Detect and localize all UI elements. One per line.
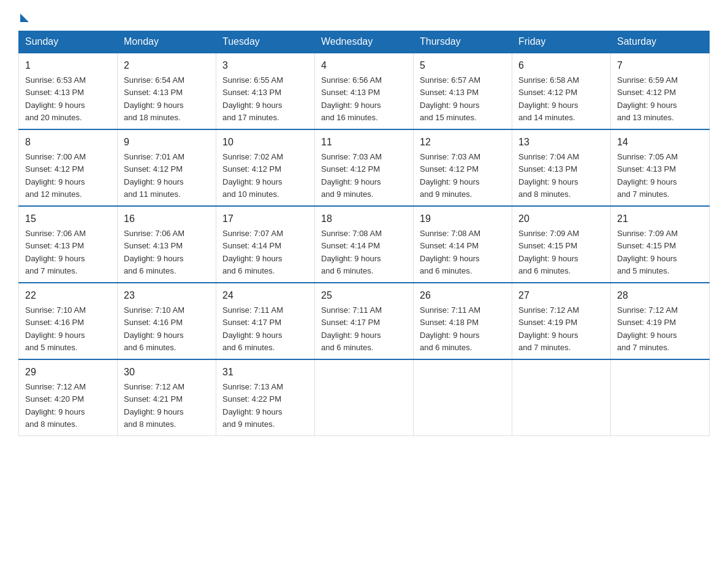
day-number: 6	[518, 58, 604, 73]
day-info: Sunrise: 7:08 AMSunset: 4:14 PMDaylight:…	[321, 229, 382, 275]
day-number: 20	[518, 212, 604, 226]
day-info: Sunrise: 7:12 AMSunset: 4:20 PMDaylight:…	[25, 382, 86, 429]
calendar-day-cell: 31Sunrise: 7:13 AMSunset: 4:22 PMDayligh…	[216, 359, 315, 436]
day-info: Sunrise: 7:08 AMSunset: 4:14 PMDaylight:…	[420, 229, 480, 275]
day-info: Sunrise: 7:13 AMSunset: 4:22 PMDaylight:…	[222, 382, 283, 429]
day-info: Sunrise: 7:12 AMSunset: 4:21 PMDaylight:…	[124, 382, 184, 429]
calendar-day-cell: 10Sunrise: 7:02 AMSunset: 4:12 PMDayligh…	[216, 129, 315, 206]
day-number: 1	[25, 58, 111, 73]
calendar-day-cell: 1Sunrise: 6:53 AMSunset: 4:13 PMDaylight…	[19, 53, 118, 129]
calendar-day-cell: 30Sunrise: 7:12 AMSunset: 4:21 PMDayligh…	[118, 359, 216, 436]
weekday-header-tuesday: Tuesday	[216, 31, 315, 53]
calendar-day-cell: 9Sunrise: 7:01 AMSunset: 4:12 PMDaylight…	[118, 129, 216, 206]
day-info: Sunrise: 7:11 AMSunset: 4:17 PMDaylight:…	[222, 305, 283, 352]
day-number: 5	[420, 58, 506, 73]
day-number: 8	[25, 135, 111, 150]
day-number: 31	[222, 365, 308, 380]
day-info: Sunrise: 7:09 AMSunset: 4:15 PMDaylight:…	[518, 229, 579, 275]
day-info: Sunrise: 7:11 AMSunset: 4:18 PMDaylight:…	[420, 305, 480, 352]
day-info: Sunrise: 6:54 AMSunset: 4:13 PMDaylight:…	[124, 75, 184, 122]
calendar-day-cell	[315, 359, 414, 436]
calendar-day-cell: 21Sunrise: 7:09 AMSunset: 4:15 PMDayligh…	[611, 206, 710, 283]
calendar-day-cell: 15Sunrise: 7:06 AMSunset: 4:13 PMDayligh…	[19, 206, 118, 283]
calendar-day-cell: 14Sunrise: 7:05 AMSunset: 4:13 PMDayligh…	[611, 129, 710, 206]
calendar-day-cell: 2Sunrise: 6:54 AMSunset: 4:13 PMDaylight…	[118, 53, 216, 129]
calendar-day-cell: 3Sunrise: 6:55 AMSunset: 4:13 PMDaylight…	[216, 53, 315, 129]
day-number: 23	[124, 288, 210, 303]
day-number: 30	[124, 365, 210, 380]
day-number: 2	[124, 58, 210, 73]
weekday-header-thursday: Thursday	[414, 31, 512, 53]
day-info: Sunrise: 6:53 AMSunset: 4:13 PMDaylight:…	[25, 75, 86, 122]
day-info: Sunrise: 6:58 AMSunset: 4:12 PMDaylight:…	[518, 75, 579, 122]
calendar-day-cell: 13Sunrise: 7:04 AMSunset: 4:13 PMDayligh…	[512, 129, 611, 206]
day-info: Sunrise: 7:02 AMSunset: 4:12 PMDaylight:…	[222, 152, 283, 199]
day-number: 25	[321, 288, 407, 303]
day-info: Sunrise: 7:10 AMSunset: 4:16 PMDaylight:…	[25, 305, 86, 352]
day-info: Sunrise: 7:07 AMSunset: 4:14 PMDaylight:…	[222, 229, 283, 275]
calendar-day-cell: 12Sunrise: 7:03 AMSunset: 4:12 PMDayligh…	[414, 129, 512, 206]
day-number: 28	[617, 288, 703, 303]
day-number: 16	[124, 212, 210, 226]
calendar-week-row: 15Sunrise: 7:06 AMSunset: 4:13 PMDayligh…	[19, 206, 710, 283]
day-info: Sunrise: 6:55 AMSunset: 4:13 PMDaylight:…	[222, 75, 283, 122]
day-info: Sunrise: 6:59 AMSunset: 4:12 PMDaylight:…	[617, 75, 678, 122]
day-info: Sunrise: 6:57 AMSunset: 4:13 PMDaylight:…	[420, 75, 480, 122]
day-number: 9	[124, 135, 210, 150]
day-info: Sunrise: 7:01 AMSunset: 4:12 PMDaylight:…	[124, 152, 184, 199]
day-number: 10	[222, 135, 308, 150]
calendar-day-cell: 19Sunrise: 7:08 AMSunset: 4:14 PMDayligh…	[414, 206, 512, 283]
calendar-day-cell: 4Sunrise: 6:56 AMSunset: 4:13 PMDaylight…	[315, 53, 414, 129]
day-number: 15	[25, 212, 111, 226]
calendar-week-row: 29Sunrise: 7:12 AMSunset: 4:20 PMDayligh…	[19, 359, 710, 436]
day-info: Sunrise: 7:06 AMSunset: 4:13 PMDaylight:…	[25, 229, 86, 275]
calendar-day-cell: 7Sunrise: 6:59 AMSunset: 4:12 PMDaylight…	[611, 53, 710, 129]
day-number: 26	[420, 288, 506, 303]
page-header	[18, 12, 710, 20]
day-info: Sunrise: 7:04 AMSunset: 4:13 PMDaylight:…	[518, 152, 579, 199]
day-number: 11	[321, 135, 407, 150]
calendar-day-cell: 27Sunrise: 7:12 AMSunset: 4:19 PMDayligh…	[512, 283, 611, 359]
day-number: 22	[25, 288, 111, 303]
logo-triangle-icon	[20, 13, 29, 22]
calendar-day-cell: 28Sunrise: 7:12 AMSunset: 4:19 PMDayligh…	[611, 283, 710, 359]
logo	[18, 12, 29, 20]
calendar-day-cell: 20Sunrise: 7:09 AMSunset: 4:15 PMDayligh…	[512, 206, 611, 283]
day-number: 13	[518, 135, 604, 150]
weekday-header-sunday: Sunday	[19, 31, 118, 53]
calendar-day-cell: 11Sunrise: 7:03 AMSunset: 4:12 PMDayligh…	[315, 129, 414, 206]
day-number: 12	[420, 135, 506, 150]
calendar-day-cell: 18Sunrise: 7:08 AMSunset: 4:14 PMDayligh…	[315, 206, 414, 283]
day-number: 3	[222, 58, 308, 73]
day-number: 18	[321, 212, 407, 226]
day-info: Sunrise: 7:11 AMSunset: 4:17 PMDaylight:…	[321, 305, 382, 352]
calendar-week-row: 22Sunrise: 7:10 AMSunset: 4:16 PMDayligh…	[19, 283, 710, 359]
calendar-body: 1Sunrise: 6:53 AMSunset: 4:13 PMDaylight…	[19, 53, 710, 436]
day-number: 14	[617, 135, 703, 150]
day-number: 24	[222, 288, 308, 303]
calendar-day-cell: 8Sunrise: 7:00 AMSunset: 4:12 PMDaylight…	[19, 129, 118, 206]
day-info: Sunrise: 7:10 AMSunset: 4:16 PMDaylight:…	[124, 305, 184, 352]
day-info: Sunrise: 7:12 AMSunset: 4:19 PMDaylight:…	[617, 305, 678, 352]
calendar-day-cell	[611, 359, 710, 436]
day-info: Sunrise: 7:09 AMSunset: 4:15 PMDaylight:…	[617, 229, 678, 275]
day-info: Sunrise: 7:00 AMSunset: 4:12 PMDaylight:…	[25, 152, 86, 199]
day-number: 19	[420, 212, 506, 226]
day-info: Sunrise: 7:05 AMSunset: 4:13 PMDaylight:…	[617, 152, 678, 199]
weekday-header-monday: Monday	[118, 31, 216, 53]
day-number: 7	[617, 58, 703, 73]
calendar-header: SundayMondayTuesdayWednesdayThursdayFrid…	[19, 31, 710, 53]
calendar-day-cell: 26Sunrise: 7:11 AMSunset: 4:18 PMDayligh…	[414, 283, 512, 359]
calendar-day-cell: 17Sunrise: 7:07 AMSunset: 4:14 PMDayligh…	[216, 206, 315, 283]
day-number: 17	[222, 212, 308, 226]
calendar-day-cell: 16Sunrise: 7:06 AMSunset: 4:13 PMDayligh…	[118, 206, 216, 283]
calendar-table: SundayMondayTuesdayWednesdayThursdayFrid…	[18, 31, 710, 436]
calendar-day-cell: 24Sunrise: 7:11 AMSunset: 4:17 PMDayligh…	[216, 283, 315, 359]
weekday-header-wednesday: Wednesday	[315, 31, 414, 53]
calendar-day-cell: 5Sunrise: 6:57 AMSunset: 4:13 PMDaylight…	[414, 53, 512, 129]
calendar-day-cell	[414, 359, 512, 436]
weekday-header-saturday: Saturday	[611, 31, 710, 53]
calendar-day-cell	[512, 359, 611, 436]
weekday-header-friday: Friday	[512, 31, 611, 53]
day-info: Sunrise: 7:12 AMSunset: 4:19 PMDaylight:…	[518, 305, 579, 352]
